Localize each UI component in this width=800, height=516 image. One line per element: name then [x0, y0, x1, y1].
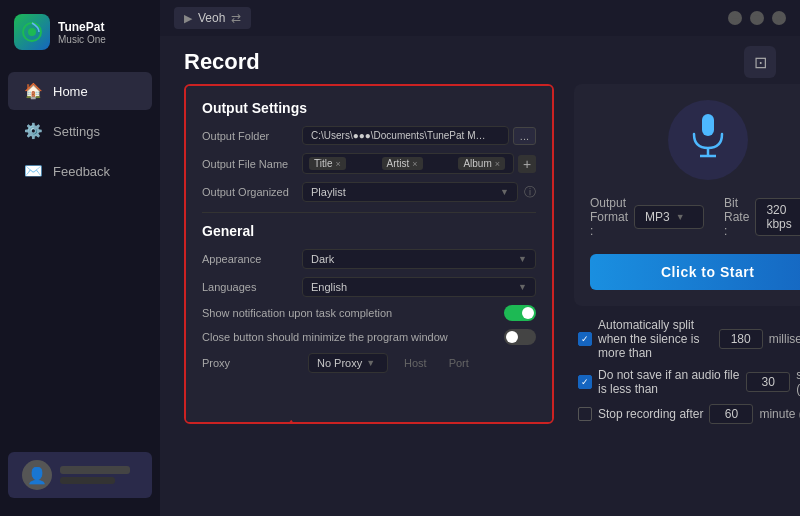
format-chevron: ▼ — [676, 212, 685, 222]
folder-path: C:\Users\●●●\Documents\TunePat Music One — [311, 130, 491, 141]
auto-split-checkbox[interactable] — [578, 332, 592, 346]
add-tag-button[interactable]: + — [518, 155, 536, 173]
logo-icon — [14, 14, 50, 50]
screenshot-button[interactable]: ⊡ — [744, 46, 776, 78]
output-organized-label: Output Organized — [202, 186, 302, 198]
page-title: Record — [184, 49, 260, 75]
sidebar-item-feedback[interactable]: ✉️ Feedback — [8, 152, 152, 190]
sidebar-item-settings[interactable]: ⚙️ Settings — [8, 112, 152, 150]
proxy-value: No Proxy — [317, 357, 362, 369]
output-folder-value: C:\Users\●●●\Documents\TunePat Music One — [302, 126, 509, 145]
output-filename-value: Title × Artist × Album × — [302, 153, 514, 174]
logo-text: TunePat Music One — [58, 20, 106, 45]
tag-artist: Artist × — [382, 157, 423, 170]
sidebar: TunePat Music One 🏠 Home ⚙️ Settings ✉️ … — [0, 0, 160, 516]
chevron-down-icon3: ▼ — [518, 282, 527, 292]
organized-value: Playlist — [311, 186, 346, 198]
proxy-label: Proxy — [202, 357, 302, 369]
chevron-down-icon2: ▼ — [518, 254, 527, 264]
source-icon: ▶ — [184, 12, 192, 25]
bitrate-group: Bit Rate : 320 kbps ▼ — [724, 196, 800, 238]
stop-after-checkbox[interactable] — [578, 407, 592, 421]
notification-label: Show notification upon task completion — [202, 307, 504, 319]
close-label: Close button should minimize the program… — [202, 331, 504, 343]
appearance-select[interactable]: Dark ▼ — [302, 249, 536, 269]
user-name — [60, 466, 130, 474]
settings-panel: Output Settings Output Folder C:\Users\●… — [184, 84, 554, 424]
auto-split-text-before: Automatically split when the silence is … — [598, 318, 713, 360]
switch-icon: ⇄ — [231, 11, 241, 25]
min-size-unit: second (s). — [796, 368, 800, 396]
languages-label: Languages — [202, 281, 302, 293]
sidebar-nav: 🏠 Home ⚙️ Settings ✉️ Feedback — [0, 60, 160, 438]
languages-row: Languages English ▼ — [202, 277, 536, 297]
languages-select[interactable]: English ▼ — [302, 277, 536, 297]
option-stop-after: Stop recording after minute (s). — [578, 404, 800, 424]
tag-album: Album × — [458, 157, 505, 170]
source-label: Veoh — [198, 11, 225, 25]
toggle-knob2 — [506, 331, 518, 343]
general-title: General — [202, 223, 536, 239]
bitrate-value: 320 kbps — [766, 203, 799, 231]
stop-after-text-before: Stop recording after — [598, 407, 703, 421]
output-filename-label: Output File Name — [202, 158, 302, 170]
proxy-row: Proxy No Proxy ▼ Host Port — [202, 353, 536, 373]
output-organized-row: Output Organized Playlist ▼ ⓘ — [202, 182, 536, 202]
notification-row: Show notification upon task completion — [202, 305, 536, 321]
format-value: MP3 — [645, 210, 670, 224]
sidebar-item-home-label: Home — [53, 84, 88, 99]
proxy-port-label: Port — [449, 357, 469, 369]
maximize-button[interactable]: □ — [750, 11, 764, 25]
bitrate-label: Bit Rate : — [724, 196, 749, 238]
minimize-button[interactable]: ─ — [728, 11, 742, 25]
info-icon: ⓘ — [524, 184, 536, 201]
close-button[interactable]: ✕ — [772, 11, 786, 25]
window-controls: ─ □ ✕ — [728, 11, 786, 25]
page-header: Record ⊡ — [160, 36, 800, 84]
record-area: Output Format : MP3 ▼ Bit Rate : 320 kbp… — [574, 84, 800, 306]
titlebar: ▶ Veoh ⇄ ─ □ ✕ — [160, 0, 800, 36]
languages-value: English — [311, 281, 347, 293]
bottom-options: Automatically split when the silence is … — [574, 318, 800, 424]
format-select[interactable]: MP3 ▼ — [634, 205, 704, 229]
proxy-select[interactable]: No Proxy ▼ — [308, 353, 388, 373]
sidebar-item-feedback-label: Feedback — [53, 164, 110, 179]
avatar: 👤 — [22, 460, 52, 490]
app-name: TunePat — [58, 20, 106, 34]
format-row: Output Format : MP3 ▼ Bit Rate : 320 kbp… — [590, 196, 800, 238]
main-content: ▶ Veoh ⇄ ─ □ ✕ Record ⊡ Output Settings … — [160, 0, 800, 516]
close-row: Close button should minimize the program… — [202, 329, 536, 345]
app-logo: TunePat Music One — [0, 0, 160, 60]
format-label: Output Format : — [590, 196, 628, 238]
red-arrow: ↑ — [286, 413, 296, 424]
appearance-value: Dark — [311, 253, 334, 265]
appearance-row: Appearance Dark ▼ — [202, 249, 536, 269]
proxy-host-label: Host — [404, 357, 427, 369]
source-tab[interactable]: ▶ Veoh ⇄ — [174, 7, 251, 29]
start-button[interactable]: Click to Start — [590, 254, 800, 290]
tag-title: Title × — [309, 157, 346, 170]
stop-after-input[interactable] — [709, 404, 753, 424]
output-filename-row: Output File Name Title × Artist × Album … — [202, 153, 536, 174]
user-profile[interactable]: 👤 — [8, 452, 152, 498]
browse-button[interactable]: ... — [513, 127, 536, 145]
settings-icon: ⚙️ — [24, 122, 43, 140]
notification-toggle[interactable] — [504, 305, 536, 321]
svg-point-1 — [28, 28, 36, 36]
min-size-checkbox[interactable] — [578, 375, 592, 389]
output-organized-select[interactable]: Playlist ▼ — [302, 182, 518, 202]
feedback-icon: ✉️ — [24, 162, 43, 180]
appearance-label: Appearance — [202, 253, 302, 265]
microphone-icon — [688, 112, 728, 169]
auto-split-input[interactable] — [719, 329, 763, 349]
mic-wrapper — [668, 100, 748, 180]
sidebar-item-home[interactable]: 🏠 Home — [8, 72, 152, 110]
stop-after-unit: minute (s). — [759, 407, 800, 421]
user-info — [60, 466, 130, 484]
option-min-size: Do not save if an audio file is less tha… — [578, 368, 800, 396]
bitrate-select[interactable]: 320 kbps ▼ — [755, 198, 800, 236]
content-area: Output Settings Output Folder C:\Users\●… — [160, 84, 800, 516]
min-size-input[interactable] — [746, 372, 790, 392]
close-toggle[interactable] — [504, 329, 536, 345]
sidebar-bottom: 👤 — [0, 438, 160, 516]
